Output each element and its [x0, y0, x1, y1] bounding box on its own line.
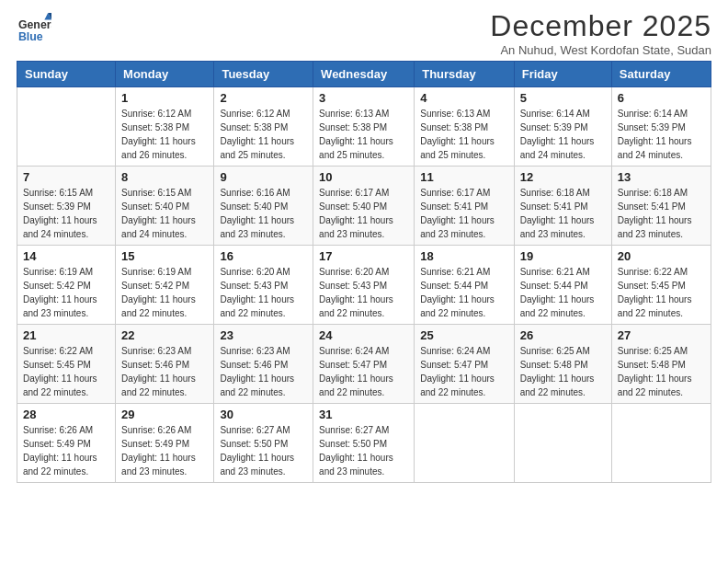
- calendar-cell: 8Sunrise: 6:15 AMSunset: 5:40 PMDaylight…: [116, 167, 214, 246]
- sunset-time: Sunset: 5:50 PM: [220, 439, 288, 449]
- logo: General Blue: [17, 13, 51, 48]
- day-info: Sunrise: 6:18 AMSunset: 5:41 PMDaylight:…: [618, 186, 705, 241]
- day-info: Sunrise: 6:23 AMSunset: 5:46 PMDaylight:…: [220, 344, 307, 399]
- calendar-cell: [611, 404, 711, 483]
- calendar-cell: [514, 404, 611, 483]
- sunset-time: Sunset: 5:43 PM: [220, 281, 288, 291]
- day-info: Sunrise: 6:14 AMSunset: 5:39 PMDaylight:…: [618, 107, 705, 162]
- day-info: Sunrise: 6:21 AMSunset: 5:44 PMDaylight:…: [420, 265, 507, 320]
- sunrise-time: Sunrise: 6:19 AM: [23, 267, 93, 277]
- sunrise-time: Sunrise: 6:14 AM: [520, 109, 590, 119]
- day-info: Sunrise: 6:17 AMSunset: 5:40 PMDaylight:…: [319, 186, 408, 241]
- sunset-time: Sunset: 5:47 PM: [420, 360, 488, 370]
- day-number: 23: [220, 328, 307, 342]
- day-number: 2: [220, 91, 307, 105]
- day-info: Sunrise: 6:13 AMSunset: 5:38 PMDaylight:…: [319, 107, 408, 162]
- subtitle: An Nuhud, West Kordofan State, Sudan: [490, 43, 711, 57]
- header-thursday: Thursday: [415, 62, 514, 87]
- calendar: Sunday Monday Tuesday Wednesday Thursday…: [17, 61, 711, 483]
- day-number: 4: [420, 91, 507, 105]
- sunrise-time: Sunrise: 6:19 AM: [121, 267, 191, 277]
- day-number: 22: [121, 328, 208, 342]
- day-info: Sunrise: 6:17 AMSunset: 5:41 PMDaylight:…: [420, 186, 507, 241]
- daylight-hours: Daylight: 11 hours and 22 minutes.: [220, 294, 294, 318]
- day-info: Sunrise: 6:22 AMSunset: 5:45 PMDaylight:…: [23, 344, 109, 399]
- header-sunday: Sunday: [17, 62, 116, 87]
- sunset-time: Sunset: 5:39 PM: [618, 122, 686, 132]
- header-wednesday: Wednesday: [313, 62, 415, 87]
- sunrise-time: Sunrise: 6:26 AM: [121, 425, 191, 435]
- header-tuesday: Tuesday: [214, 62, 313, 87]
- calendar-body: 1Sunrise: 6:12 AMSunset: 5:38 PMDaylight…: [17, 87, 711, 483]
- sunset-time: Sunset: 5:42 PM: [23, 281, 91, 291]
- sunset-time: Sunset: 5:41 PM: [520, 201, 588, 212]
- day-info: Sunrise: 6:27 AMSunset: 5:50 PMDaylight:…: [220, 423, 307, 478]
- calendar-cell: 17Sunrise: 6:20 AMSunset: 5:43 PMDayligh…: [313, 246, 415, 325]
- day-info: Sunrise: 6:12 AMSunset: 5:38 PMDaylight:…: [220, 107, 307, 162]
- sunset-time: Sunset: 5:43 PM: [319, 281, 387, 291]
- calendar-cell: 27Sunrise: 6:25 AMSunset: 5:48 PMDayligh…: [611, 325, 711, 404]
- sunrise-time: Sunrise: 6:27 AM: [319, 425, 389, 435]
- sunrise-time: Sunrise: 6:14 AM: [618, 109, 688, 119]
- day-info: Sunrise: 6:20 AMSunset: 5:43 PMDaylight:…: [319, 265, 408, 320]
- sunrise-time: Sunrise: 6:23 AM: [220, 346, 290, 356]
- day-info: Sunrise: 6:19 AMSunset: 5:42 PMDaylight:…: [121, 265, 208, 320]
- daylight-hours: Daylight: 11 hours and 23 minutes.: [618, 215, 692, 239]
- sunrise-time: Sunrise: 6:25 AM: [618, 346, 688, 356]
- day-number: 19: [520, 249, 606, 263]
- sunset-time: Sunset: 5:45 PM: [23, 360, 91, 370]
- sunrise-time: Sunrise: 6:22 AM: [618, 267, 688, 277]
- sunrise-time: Sunrise: 6:20 AM: [319, 267, 389, 277]
- calendar-cell: 29Sunrise: 6:26 AMSunset: 5:49 PMDayligh…: [116, 404, 214, 483]
- sunset-time: Sunset: 5:48 PM: [618, 360, 686, 370]
- day-number: 25: [420, 328, 507, 342]
- day-number: 3: [319, 91, 408, 105]
- day-number: 21: [23, 328, 109, 342]
- sunset-time: Sunset: 5:48 PM: [520, 360, 588, 370]
- sunrise-time: Sunrise: 6:27 AM: [220, 425, 290, 435]
- daylight-hours: Daylight: 11 hours and 25 minutes.: [319, 136, 393, 160]
- sunrise-time: Sunrise: 6:15 AM: [121, 188, 191, 198]
- daylight-hours: Daylight: 11 hours and 22 minutes.: [520, 373, 595, 397]
- daylight-hours: Daylight: 11 hours and 22 minutes.: [420, 294, 495, 318]
- calendar-cell: 31Sunrise: 6:27 AMSunset: 5:50 PMDayligh…: [313, 404, 415, 483]
- calendar-cell: 7Sunrise: 6:15 AMSunset: 5:39 PMDaylight…: [17, 167, 116, 246]
- day-number: 18: [420, 249, 507, 263]
- calendar-cell: 14Sunrise: 6:19 AMSunset: 5:42 PMDayligh…: [17, 246, 116, 325]
- day-info: Sunrise: 6:20 AMSunset: 5:43 PMDaylight:…: [220, 265, 307, 320]
- daylight-hours: Daylight: 11 hours and 22 minutes.: [319, 373, 393, 397]
- sunrise-time: Sunrise: 6:15 AM: [23, 188, 93, 198]
- day-info: Sunrise: 6:26 AMSunset: 5:49 PMDaylight:…: [23, 423, 109, 478]
- daylight-hours: Daylight: 11 hours and 24 minutes.: [520, 136, 595, 160]
- sunrise-time: Sunrise: 6:24 AM: [319, 346, 389, 356]
- calendar-cell: 16Sunrise: 6:20 AMSunset: 5:43 PMDayligh…: [214, 246, 313, 325]
- daylight-hours: Daylight: 11 hours and 22 minutes.: [23, 453, 97, 477]
- daylight-hours: Daylight: 11 hours and 23 minutes.: [121, 453, 196, 477]
- day-number: 13: [618, 170, 705, 184]
- header-monday: Monday: [116, 62, 214, 87]
- daylight-hours: Daylight: 11 hours and 26 minutes.: [121, 136, 196, 160]
- daylight-hours: Daylight: 11 hours and 23 minutes.: [23, 294, 97, 318]
- sunrise-time: Sunrise: 6:25 AM: [520, 346, 590, 356]
- daylight-hours: Daylight: 11 hours and 22 minutes.: [220, 373, 294, 397]
- calendar-cell: 10Sunrise: 6:17 AMSunset: 5:40 PMDayligh…: [313, 167, 415, 246]
- day-info: Sunrise: 6:13 AMSunset: 5:38 PMDaylight:…: [420, 107, 507, 162]
- calendar-cell: 11Sunrise: 6:17 AMSunset: 5:41 PMDayligh…: [415, 167, 514, 246]
- calendar-cell: 24Sunrise: 6:24 AMSunset: 5:47 PMDayligh…: [313, 325, 415, 404]
- sunrise-time: Sunrise: 6:17 AM: [319, 188, 389, 198]
- sunrise-time: Sunrise: 6:12 AM: [121, 109, 191, 119]
- day-info: Sunrise: 6:21 AMSunset: 5:44 PMDaylight:…: [520, 265, 606, 320]
- svg-text:Blue: Blue: [18, 30, 43, 43]
- sunset-time: Sunset: 5:38 PM: [220, 122, 288, 132]
- sunrise-time: Sunrise: 6:12 AM: [220, 109, 290, 119]
- day-number: 27: [618, 328, 705, 342]
- day-number: 7: [23, 170, 109, 184]
- calendar-week-5: 28Sunrise: 6:26 AMSunset: 5:49 PMDayligh…: [17, 404, 711, 483]
- sunset-time: Sunset: 5:40 PM: [121, 201, 189, 212]
- day-number: 1: [121, 91, 208, 105]
- day-number: 31: [319, 408, 408, 421]
- daylight-hours: Daylight: 11 hours and 24 minutes.: [23, 215, 97, 239]
- day-number: 5: [520, 91, 606, 105]
- daylight-hours: Daylight: 11 hours and 22 minutes.: [420, 373, 495, 397]
- day-number: 8: [121, 170, 208, 184]
